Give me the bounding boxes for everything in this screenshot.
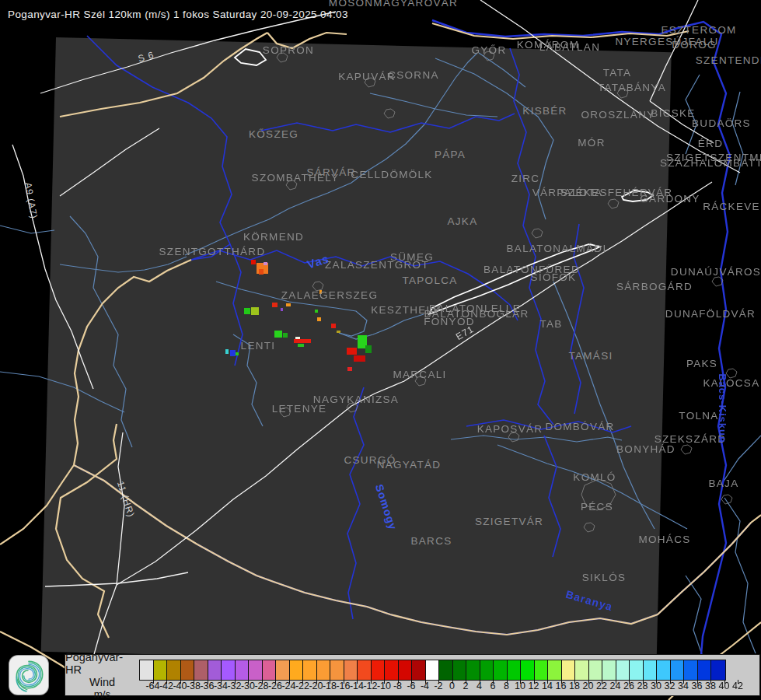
color-scale-swatch: [426, 660, 440, 680]
city-label: SOPRON: [263, 44, 314, 56]
color-scale-swatch: [602, 660, 616, 680]
color-scale-tick-label: 24: [610, 681, 621, 691]
color-scale-tick-label: -8: [393, 681, 402, 691]
city-label: BARCS: [410, 535, 452, 547]
color-scale-swatch: [222, 660, 236, 680]
color-scale-tick-label: -22: [295, 681, 309, 691]
color-scale-swatch: [480, 660, 494, 680]
color-scale-swatch: [644, 660, 658, 680]
color-scale-tick-label: 14: [542, 681, 553, 691]
color-scale-tick-label: -36: [200, 681, 214, 691]
color-scale-swatch: [466, 660, 480, 680]
color-scale-swatch: [684, 660, 698, 680]
map-canvas: [0, 0, 761, 700]
city-label: SIÓFOK: [531, 271, 577, 283]
color-scale-tick-label: 38: [705, 681, 716, 691]
color-scale-swatch: [181, 660, 195, 680]
color-scale-tick-label: 0: [449, 681, 455, 691]
color-scale-tick-label: -6: [407, 681, 415, 691]
city-label: KŐSZEG: [249, 128, 298, 140]
color-scale-swatch: [562, 660, 576, 680]
radar-echo: [365, 345, 372, 353]
legend-field-name: Wind: [89, 676, 115, 688]
legend-title: Poganyvar-HR Wind m/s: [65, 655, 139, 695]
app-logo: [9, 656, 48, 695]
color-scale-tick-label: -4: [421, 681, 429, 691]
color-scale-swatch: [249, 660, 263, 680]
city-label: LETENYE: [272, 403, 327, 415]
radar-echo: [281, 308, 283, 311]
color-scale-tick-label: 10: [515, 681, 525, 691]
city-label: KOMLÓ: [573, 471, 616, 483]
color-scale-swatch: [453, 660, 467, 680]
city-label: GYŐR: [472, 44, 507, 56]
radar-echo: [283, 333, 288, 338]
city-label: TAMÁSI: [568, 350, 613, 362]
radar-echo: [347, 367, 352, 371]
city-label: MOSONMAGYARÓVÁR: [329, 0, 458, 9]
color-scale-swatch: [344, 660, 358, 680]
city-label: TAPOLCA: [402, 275, 457, 286]
city-label: CELLDÖMÖLK: [351, 169, 432, 180]
color-scale-tick-label: -26: [268, 681, 282, 691]
color-scale-tick-label: -42: [159, 681, 173, 691]
city-label: ZALASZENTGRÓT: [325, 259, 429, 271]
color-scale-swatch: [494, 660, 508, 680]
color-scale-bar: [139, 660, 726, 681]
color-scale-tick-label: 12: [529, 681, 539, 691]
color-scale-swatch: [439, 660, 453, 680]
color-scale-swatch: [385, 660, 399, 680]
color-scale-tick-label: 2: [463, 681, 469, 691]
city-label: SIKLÓS: [582, 572, 627, 583]
city-label: SÁRBOGÁRD: [616, 281, 693, 292]
color-scale-swatch: [317, 660, 331, 680]
color-scale-tick-label: -16: [336, 681, 350, 691]
color-scale-swatch: [630, 660, 644, 680]
color-scale-tick-label: -28: [254, 681, 268, 691]
city-label: MARCALI: [393, 369, 446, 380]
radar-echo: [354, 355, 365, 362]
color-scale-tick-label: -2: [434, 681, 442, 691]
city-label: BAJA: [709, 478, 739, 489]
color-scale-tick-label: 30: [651, 681, 662, 691]
color-scale-swatch: [548, 660, 562, 680]
city-label: MOHÁCS: [638, 534, 690, 545]
color-scale-swatch: [330, 660, 344, 680]
color-scale-swatch: [616, 660, 630, 680]
color-scale-tick-label: -64: [145, 681, 159, 691]
radar-echo: [230, 350, 236, 356]
radar-echo: [236, 352, 239, 355]
color-scale-tick-label: -40: [173, 681, 187, 691]
color-scale-tick-label: -24: [281, 681, 295, 691]
product-title: Poganyvar-HR Szél 120km (m/s) 1 fokos Sa…: [8, 9, 348, 20]
city-label: DUNAFÖLDVÁR: [665, 308, 756, 320]
legend-unit: m/s: [94, 688, 111, 700]
color-scale-swatch: [303, 660, 317, 680]
radar-echo: [272, 303, 278, 307]
city-label: NAGYATÁD: [377, 459, 442, 471]
color-scale-swatch: [589, 660, 603, 680]
color-scale-swatch: [358, 660, 372, 680]
radar-echo: [294, 339, 311, 343]
color-scale-tick-label: 4: [476, 681, 482, 691]
radar-echo: [317, 317, 321, 321]
color-scale-tick-label: 22: [596, 681, 607, 691]
color-scale-swatch: [140, 660, 154, 680]
color-scale-swatch: [372, 660, 386, 680]
color-scale-tick-label: 16: [556, 681, 567, 691]
radar-echo: [331, 324, 336, 328]
color-scale-tick-label: -34: [214, 681, 228, 691]
city-label: GÁRDONY: [640, 193, 700, 205]
city-label: ESZTERGOM: [661, 24, 736, 36]
color-scale-swatch: [263, 660, 277, 680]
color-scale-tick-label: 8: [504, 681, 509, 691]
color-scale-swatch: [276, 660, 290, 680]
city-label: LÁBATLAN: [539, 41, 600, 53]
color-scale-swatch: [575, 660, 589, 680]
city-label: PAKS: [686, 358, 717, 369]
color-scale-swatch: [698, 660, 712, 680]
color-scale-tick-label: -12: [363, 681, 377, 691]
color-scale-swatch: [167, 660, 181, 680]
color-scale-tick-label: 20: [583, 681, 594, 691]
color-scale-swatch: [521, 660, 535, 680]
